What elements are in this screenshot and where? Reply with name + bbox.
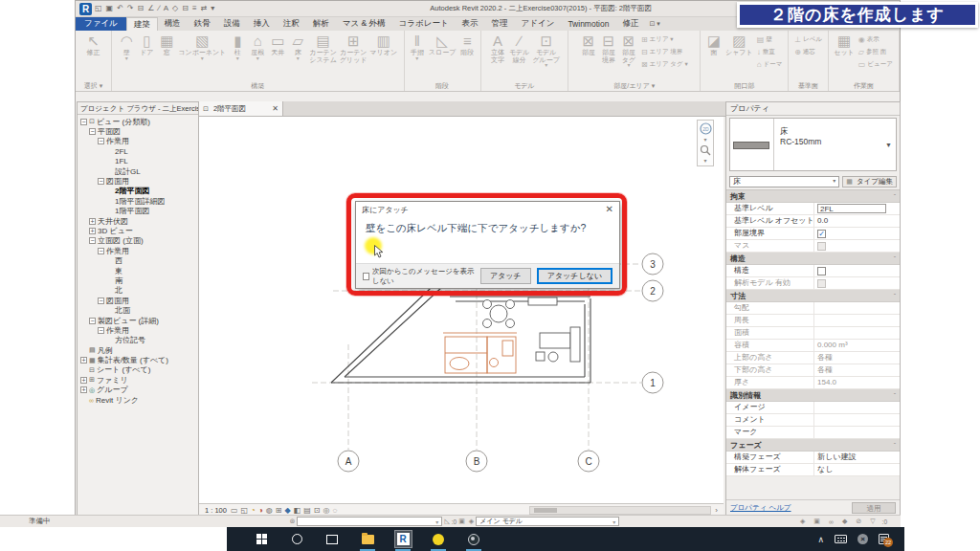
line-icon[interactable]: ∕ [158, 4, 159, 13]
tray-close-icon[interactable]: × [858, 534, 868, 544]
tab-鉄骨[interactable]: 鉄骨 [188, 17, 217, 31]
ribbon-button-スロープ[interactable]: ◺スロープ [428, 33, 457, 56]
editing-requests-icon[interactable]: ▣ [813, 518, 820, 525]
ribbon-button-参照面[interactable]: ▱参照 面 [857, 46, 895, 58]
collapse-icon[interactable]: − [89, 237, 96, 244]
ribbon-button-マリオン[interactable]: ▥マリオン [369, 33, 399, 56]
ribbon-button-ドア[interactable]: ▯ドア [137, 33, 156, 56]
select-options-icon[interactable]: ⊘ [856, 518, 861, 525]
property-group-寸法[interactable]: 寸法ˆ [726, 290, 900, 302]
print-icon[interactable]: ⊟ [138, 4, 145, 13]
ribbon-button-天井[interactable]: ▭天井 [268, 33, 287, 56]
zoom-icon[interactable] [700, 144, 711, 156]
ribbon-button-部屋[interactable]: ⊠部屋 [579, 33, 598, 56]
ribbon-button-床[interactable]: ▱床▾ [288, 33, 307, 61]
collapse-icon[interactable]: − [98, 138, 104, 144]
ribbon-button-セット[interactable]: ▦セット [833, 33, 856, 56]
ribbon-button-通芯[interactable]: ⊕通芯 [792, 46, 824, 58]
sun-path-icon[interactable]: ◔ [251, 506, 256, 515]
tree-item-ファミリ[interactable]: +⊞ファミリ [78, 375, 198, 385]
ribbon-button-屋根[interactable]: ⌂屋根▾ [248, 33, 267, 61]
tree-item-設計GL[interactable]: 設計GL [78, 166, 198, 176]
property-group-拘束[interactable]: 拘束ˆ [726, 190, 900, 203]
checkbox-部屋境界[interactable]: ✓ [817, 230, 826, 238]
ribbon-button-ビューア[interactable]: ▭ビューア [857, 58, 895, 71]
capture-app-icon[interactable] [429, 527, 448, 551]
crop-region-icon[interactable]: ▭ [231, 506, 238, 515]
tree-item-集計表/数量 (すべて)[interactable]: +▦集計表/数量 (すべて) [78, 355, 198, 364]
tab-表示[interactable]: 表示 [456, 17, 485, 31]
ribbon-button-壁[interactable]: ▤壁 [755, 33, 785, 46]
tray-chevron-icon[interactable]: ∧ [817, 535, 824, 544]
property-group-構造[interactable]: 構造ˆ [726, 253, 900, 265]
tree-item-1FL[interactable]: 1FL [78, 157, 198, 166]
collapse-icon[interactable]: − [98, 178, 104, 185]
collapse-icon[interactable]: − [98, 298, 104, 304]
ribbon-button-柱[interactable]: ▮柱▾ [228, 33, 247, 61]
tree-item-平面図[interactable]: −平面図 [78, 126, 198, 136]
tree-item-凡例[interactable]: ▤凡例 [78, 345, 198, 355]
scale-lock-icon[interactable]: ⊡ [314, 506, 321, 515]
type-selector[interactable]: 床 RC-150mm ▼ [729, 118, 897, 171]
ribbon-button-カーテングリッド[interactable]: ⊞カーテン グリッド [339, 33, 368, 63]
ribbon-button-壁[interactable]: ◠壁▾ [117, 33, 136, 61]
properties-title[interactable]: プロパティ [726, 102, 900, 116]
modify-select-icon[interactable]: ⊡▾ [645, 17, 663, 31]
worksets-icon[interactable]: ⊛ [290, 518, 296, 525]
tree-item-作業用[interactable]: −作業用 [78, 325, 198, 335]
view-scale[interactable]: 1 : 100 [205, 506, 227, 515]
tree-item-南[interactable]: 南 [78, 276, 198, 285]
collapse-icon[interactable]: − [80, 119, 87, 125]
checkbox-box[interactable] [363, 273, 369, 280]
tree-item-天井伏図[interactable]: +天井伏図 [78, 216, 198, 226]
revit-app-icon[interactable]: R [79, 3, 92, 15]
edit-type-button[interactable]: ▦ タイプ編集 [842, 176, 897, 187]
tab-アドイン[interactable]: アドイン [515, 17, 562, 31]
visual-style-icon[interactable]: ◧ [294, 506, 301, 515]
scroll-right-icon[interactable]: › [715, 506, 718, 515]
show-crop-region-icon[interactable]: ◱ [241, 506, 249, 515]
checkbox-構造[interactable] [817, 267, 826, 276]
tab-管理[interactable]: 管理 [485, 17, 515, 31]
ribbon-button-部屋境界[interactable]: ⊟部屋 境界 [599, 33, 618, 63]
tree-item-北面[interactable]: 北面 [78, 305, 198, 315]
tab-file[interactable]: ファイル [76, 17, 126, 31]
ribbon-button-カーテンシステム[interactable]: ▤カーテン システム [308, 33, 338, 63]
ribbon-button-面[interactable]: ◪面 [704, 33, 724, 56]
apply-button[interactable]: 適用 [852, 502, 896, 514]
close-view-icon[interactable]: ✕ [272, 104, 278, 113]
properties-help-link[interactable]: プロパティ ヘルプ [730, 503, 791, 513]
tree-item-作業用[interactable]: −作業用 [78, 246, 198, 255]
tree-item-1階平面図[interactable]: 1階平面図 [78, 207, 198, 216]
switch-windows-icon[interactable]: ⇄ [201, 4, 208, 13]
start-button[interactable] [252, 527, 271, 551]
tree-item-2FL[interactable]: 2FL [78, 146, 198, 156]
collapse-icon[interactable]: − [98, 248, 104, 254]
ribbon-button-垂直[interactable]: ↓垂直 [755, 46, 785, 58]
view3d-icon[interactable]: ◇ [172, 4, 178, 13]
expand-icon[interactable]: + [80, 377, 87, 384]
design-options-edit-icon[interactable]: ◈ [469, 518, 474, 525]
ribbon-button-エリア境界[interactable]: ⊟エリア 境界 [639, 46, 690, 58]
render-icon[interactable]: ◍ [266, 506, 273, 515]
ribbon-button-手摺[interactable]: ‖手摺▾ [408, 33, 427, 61]
expand-icon[interactable]: + [80, 386, 87, 393]
customize-icon[interactable]: ▾ [211, 4, 214, 13]
editable-only-icon[interactable]: ◺ [444, 518, 449, 525]
dialog-close-icon[interactable]: ✕ [606, 205, 613, 214]
tree-item-方位記号[interactable]: 方位記号 [78, 336, 198, 345]
thin-lines-icon[interactable]: ≡ [192, 4, 197, 13]
collapse-icon[interactable]: − [89, 128, 96, 135]
property-group-フェーズ[interactable]: フェーズˆ [726, 439, 900, 452]
ribbon-button-立体文字[interactable]: A立体 文字 [488, 33, 507, 63]
ribbon-button-ドーマ[interactable]: ⌂ドーマ [755, 58, 785, 71]
element-filter-combo[interactable]: 床▾ [729, 176, 839, 187]
ribbon-button-修正[interactable]: ↖修正 [83, 33, 102, 56]
file-explorer-icon[interactable] [358, 527, 377, 551]
worksharing-display-icon[interactable]: ◈ [800, 518, 805, 525]
tab-構造[interactable]: 構造 [158, 17, 188, 31]
tab-マス & 外構[interactable]: マス & 外構 [336, 17, 392, 31]
cortana-icon[interactable] [287, 527, 306, 551]
ribbon-button-階段[interactable]: ≡階段 [457, 33, 477, 56]
ribbon-button-コンポーネント[interactable]: ▧コンポーネント▾ [177, 33, 227, 61]
